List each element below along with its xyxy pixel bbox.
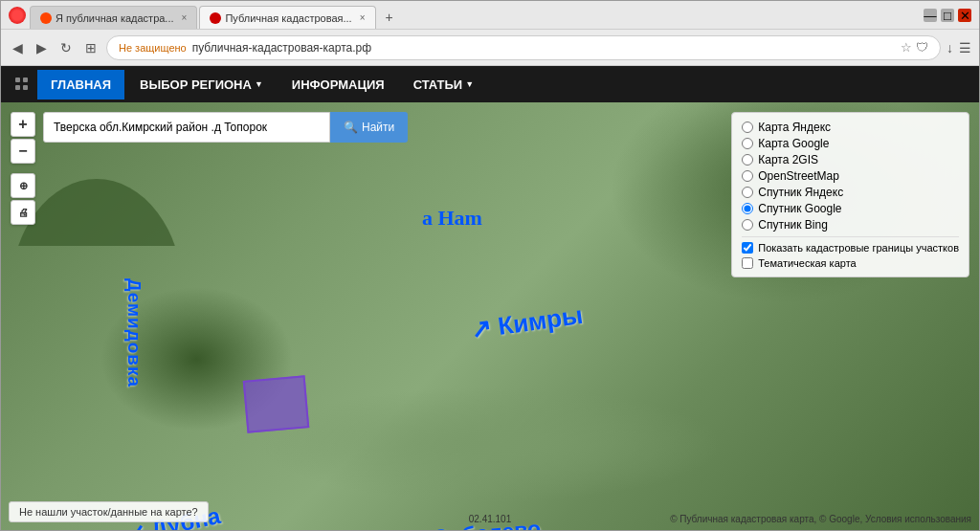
print-button[interactable]: 🖨 xyxy=(11,200,35,225)
bing-sat-label: Спутник Bing xyxy=(758,218,828,232)
window-controls: — □ ✕ xyxy=(924,9,971,22)
zoom-out-button[interactable]: − xyxy=(11,139,35,164)
search-input[interactable] xyxy=(43,112,330,143)
tab-1[interactable]: Я публичная кадастра... × xyxy=(30,6,197,29)
articles-dropdown-arrow: ▼ xyxy=(465,79,474,89)
map-type-bing-sat[interactable]: Спутник Bing xyxy=(742,218,959,232)
radio-yandex-sat[interactable] xyxy=(742,187,753,198)
shield-icon[interactable]: 🛡 xyxy=(916,40,928,55)
thematic-map-toggle[interactable]: Тематическая карта xyxy=(742,257,959,269)
radio-osm-map[interactable] xyxy=(742,170,753,182)
back-button[interactable]: ◀ xyxy=(9,38,27,57)
radio-2gis-map[interactable] xyxy=(742,154,753,166)
tab-bar: Я публичная кадастра... × Публичная када… xyxy=(30,1,920,29)
address-bar: ◀ ▶ ↻ ⊞ Не защищено публичная-кадастрова… xyxy=(1,30,979,66)
address-input[interactable]: Не защищено публичная-кадастровая-карта.… xyxy=(106,35,941,60)
attribution: © Публичная кадастровая карта, © Google,… xyxy=(670,514,971,524)
search-box: 🔍 Найти xyxy=(43,112,408,143)
site-navigation: ГЛАВНАЯ ВЫБОР РЕГИОНА ▼ ИНФОРМАЦИЯ СТАТЬ… xyxy=(1,66,979,102)
map-type-yandex[interactable]: Карта Яндекс xyxy=(742,121,959,134)
browser-frame: Я публичная кадастра... × Публичная када… xyxy=(0,0,980,531)
map-type-google-sat[interactable]: Спутник Google xyxy=(742,202,959,215)
cadastral-checkbox[interactable] xyxy=(742,242,753,254)
tab-favicon-1 xyxy=(40,12,52,24)
tab-label-2: Публичная кадастровая... xyxy=(225,12,351,24)
security-label: Не защищено xyxy=(119,42,187,54)
osm-map-label: OpenStreetMap xyxy=(758,169,839,183)
map-type-panel: Карта Яндекс Карта Google Карта 2GIS Ope… xyxy=(731,112,969,277)
map-controls: + − ⊕ 🖨 xyxy=(11,112,35,225)
thematic-label: Тематическая карта xyxy=(758,257,856,269)
minimize-button[interactable]: — xyxy=(924,9,937,22)
search-button[interactable]: 🔍 Найти xyxy=(330,112,408,143)
map-type-2gis[interactable]: Карта 2GIS xyxy=(742,153,959,166)
yandex-map-label: Карта Яндекс xyxy=(758,121,831,134)
menu-icon[interactable]: ☰ xyxy=(959,40,971,55)
tab-label-1: Я публичная кадастра... xyxy=(56,12,174,24)
radio-google-sat[interactable] xyxy=(742,203,753,214)
annotation-ham: а Ham xyxy=(422,206,482,231)
zoom-in-button[interactable]: + xyxy=(11,112,35,137)
toolbar-icons: ↓ ☰ xyxy=(947,40,971,55)
date-label: 02.41.101 xyxy=(469,514,512,524)
google-sat-label: Спутник Google xyxy=(758,202,841,215)
home-button[interactable]: ⊞ xyxy=(81,38,100,57)
refresh-button[interactable]: ↻ xyxy=(56,38,76,57)
grid-menu-icon[interactable] xyxy=(9,71,35,98)
not-found-button[interactable]: Не нашли участок/данные на карте? xyxy=(9,501,209,522)
map-type-osm[interactable]: OpenStreetMap xyxy=(742,169,959,183)
crosshair-button[interactable]: ⊕ xyxy=(11,173,35,198)
nav-region[interactable]: ВЫБОР РЕГИОНА ▼ xyxy=(126,70,277,100)
maximize-button[interactable]: □ xyxy=(941,9,954,22)
browser-logo xyxy=(9,7,26,24)
star-icon[interactable]: ☆ xyxy=(901,40,912,55)
region-dropdown-arrow: ▼ xyxy=(255,79,263,89)
close-button[interactable]: ✕ xyxy=(958,9,971,22)
address-icons: ☆ 🛡 xyxy=(901,40,928,55)
tab-favicon-2 xyxy=(210,12,221,24)
tab-2[interactable]: Публичная кадастровая... × xyxy=(199,6,375,29)
nav-info[interactable]: ИНФОРМАЦИЯ xyxy=(278,70,398,100)
cadastral-borders-toggle[interactable]: Показать кадастровые границы участков xyxy=(742,242,959,254)
map-type-yandex-sat[interactable]: Спутник Яндекс xyxy=(742,186,959,199)
tab-close-2[interactable]: × xyxy=(360,12,366,23)
selected-parcel[interactable] xyxy=(243,375,310,432)
download-icon[interactable]: ↓ xyxy=(947,40,953,55)
2gis-map-label: Карта 2GIS xyxy=(758,153,818,166)
annotation-demidovka: Демидовка xyxy=(123,278,145,387)
radio-google-map[interactable] xyxy=(742,138,753,149)
nav-main[interactable]: ГЛАВНАЯ xyxy=(37,70,124,100)
search-icon: 🔍 xyxy=(344,121,358,134)
forward-button[interactable]: ▶ xyxy=(33,38,51,57)
title-bar: Я публичная кадастра... × Публичная када… xyxy=(1,1,979,30)
cadastral-label: Показать кадастровые границы участков xyxy=(758,242,959,254)
new-tab-button[interactable]: + xyxy=(378,6,401,29)
thematic-checkbox[interactable] xyxy=(742,257,753,269)
map-type-google[interactable]: Карта Google xyxy=(742,137,959,150)
radio-yandex-map[interactable] xyxy=(742,122,753,133)
address-text: публичная-кадастровая-карта.рф xyxy=(192,41,901,55)
tab-close-1[interactable]: × xyxy=(182,12,188,23)
radio-bing-sat[interactable] xyxy=(742,219,753,231)
yandex-sat-label: Спутник Яндекс xyxy=(758,186,843,199)
nav-articles[interactable]: СТАТЬИ ▼ xyxy=(400,70,487,100)
google-map-label: Карта Google xyxy=(758,137,829,150)
map-container[interactable]: 2100 2101 2102 2103 2104 2105 2106 2107 … xyxy=(1,102,979,530)
